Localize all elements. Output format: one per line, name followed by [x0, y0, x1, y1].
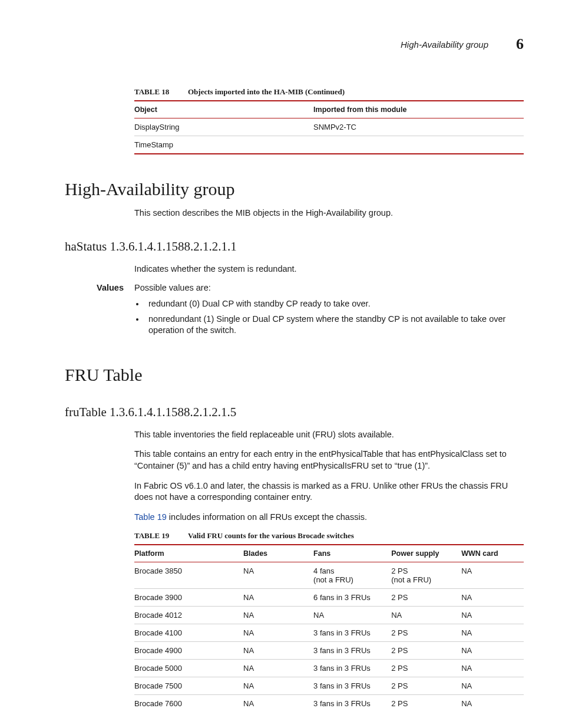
table-row: Brocade 7500 NA 3 fans in 3 FRUs 2 PS NA: [134, 677, 524, 695]
cell: 3 fans in 3 FRUs: [313, 660, 391, 677]
t19-h4: WWN card: [461, 545, 524, 562]
cell: 6 fans in 3 FRUs: [313, 589, 391, 607]
cell: 2 PS: [391, 677, 461, 695]
cell: NA: [461, 589, 524, 607]
hastatus-heading: haStatus 1.3.6.1.4.1.1588.2.1.2.1.1: [65, 239, 524, 254]
cell: NA: [243, 607, 313, 624]
cell: 2 PS: [391, 624, 461, 642]
cell: Brocade 3900: [134, 589, 243, 607]
table-row: Brocade 5000 NA 3 fans in 3 FRUs 2 PS NA: [134, 660, 524, 677]
cell: NA: [243, 695, 313, 713]
fru-p4: Table 19 includes information on all FRU…: [134, 512, 524, 523]
list-item: nonredundant (1) Single or Dual CP syste…: [145, 314, 524, 337]
table-row: Brocade 3900 NA 6 fans in 3 FRUs 2 PS NA: [134, 589, 524, 607]
table18-caption: TABLE 18 Objects imported into the HA-MI…: [134, 87, 524, 97]
document-page: High-Availability group 6 TABLE 18 Objec…: [0, 0, 562, 728]
t19-h0: Platform: [134, 545, 243, 562]
chapter-number: 6: [507, 35, 524, 53]
table-header-row: Platform Blades Fans Power supply WWN ca…: [134, 545, 524, 562]
cell: 2 PS: [391, 642, 461, 660]
fru-body: This table inventories the field replace…: [134, 429, 524, 712]
table-row: Brocade 4900 NA 3 fans in 3 FRUs 2 PS NA: [134, 642, 524, 660]
cell: Brocade 4900: [134, 642, 243, 660]
cell: 3 fans in 3 FRUs: [313, 624, 391, 642]
cell: Brocade 7600: [134, 695, 243, 713]
table18: Object Imported from this module Display…: [134, 100, 524, 154]
table18-block: TABLE 18 Objects imported into the HA-MI…: [134, 87, 524, 154]
cell: NA: [243, 624, 313, 642]
cell: 3 fans in 3 FRUs: [313, 642, 391, 660]
cell: NA: [243, 562, 313, 589]
table18-h0: Object: [134, 101, 313, 118]
values-content: Possible values are: redundant (0) Dual …: [134, 283, 524, 340]
cell: Brocade 3850: [134, 562, 243, 589]
cell: 2 PS: [391, 589, 461, 607]
values-intro: Possible values are:: [134, 283, 211, 292]
cell: 2 PS (not a FRU): [391, 562, 461, 589]
cell: NA: [461, 660, 524, 677]
table-row: Brocade 4012 NA NA NA NA: [134, 607, 524, 624]
hastatus-desc: Indicates whether the system is redundan…: [134, 263, 524, 275]
table19-caption: TABLE 19 Valid FRU counts for the variou…: [134, 531, 524, 541]
table-row: Brocade 3850 NA 4 fans (not a FRU) 2 PS …: [134, 562, 524, 589]
table-row: Brocade 7600 NA 3 fans in 3 FRUs 2 PS NA: [134, 695, 524, 713]
section-heading-fru: FRU Table: [65, 365, 524, 385]
cell: NA: [461, 624, 524, 642]
cell: 3 fans in 3 FRUs: [313, 677, 391, 695]
cell: [313, 136, 524, 154]
table19-caption-text: Valid FRU counts for the various Brocade…: [188, 531, 354, 540]
cell: NA: [461, 642, 524, 660]
cell: TimeStamp: [134, 136, 313, 154]
ha-intro-text: This section describes the MIB objects i…: [134, 207, 524, 219]
t19-h2: Fans: [313, 545, 391, 562]
table-header-row: Object Imported from this module: [134, 101, 524, 118]
cell: NA: [313, 607, 391, 624]
table19-label: TABLE 19: [134, 531, 169, 540]
cell: SNMPv2-TC: [313, 118, 524, 136]
table18-h1: Imported from this module: [313, 101, 524, 118]
cell: NA: [243, 589, 313, 607]
running-header: High-Availability group 6: [65, 35, 524, 53]
cell: NA: [391, 607, 461, 624]
cell: NA: [461, 562, 524, 589]
table18-caption-text: Objects imported into the HA-MIB (Contin…: [188, 87, 345, 96]
cell: NA: [461, 677, 524, 695]
ha-intro-block: This section describes the MIB objects i…: [134, 207, 524, 219]
t19-h3: Power supply: [391, 545, 461, 562]
cell: Brocade 7500: [134, 677, 243, 695]
fru-p2: This table contains an entry for each en…: [134, 449, 524, 472]
cell: NA: [461, 695, 524, 713]
values-row: Values Possible values are: redundant (0…: [65, 283, 524, 340]
frutable-heading: fruTable 1.3.6.1.4.1.1588.2.1.2.1.5: [65, 405, 524, 420]
table-row: DisplayString SNMPv2-TC: [134, 118, 524, 136]
cell: Brocade 5000: [134, 660, 243, 677]
hastatus-desc-block: Indicates whether the system is redundan…: [134, 263, 524, 275]
table19-link[interactable]: Table 19: [134, 512, 167, 522]
values-label: Values: [65, 283, 124, 340]
fru-p3: In Fabric OS v6.1.0 and later, the chass…: [134, 480, 524, 503]
cell: DisplayString: [134, 118, 313, 136]
cell: Brocade 4012: [134, 607, 243, 624]
cell: NA: [243, 642, 313, 660]
cell: NA: [243, 677, 313, 695]
cell: 2 PS: [391, 695, 461, 713]
values-bullets: redundant (0) Dual CP with standby CP re…: [134, 298, 524, 337]
list-item: redundant (0) Dual CP with standby CP re…: [145, 298, 524, 310]
table-row: TimeStamp: [134, 136, 524, 154]
t19-h1: Blades: [243, 545, 313, 562]
cell: 3 fans in 3 FRUs: [313, 695, 391, 713]
table19: Platform Blades Fans Power supply WWN ca…: [134, 544, 524, 712]
cell: NA: [461, 607, 524, 624]
cell: 2 PS: [391, 660, 461, 677]
header-title: High-Availability group: [401, 39, 488, 50]
cell: 4 fans (not a FRU): [313, 562, 391, 589]
table-row: Brocade 4100 NA 3 fans in 3 FRUs 2 PS NA: [134, 624, 524, 642]
fru-p4-rest: includes information on all FRUs except …: [167, 512, 367, 522]
cell: Brocade 4100: [134, 624, 243, 642]
table18-label: TABLE 18: [134, 87, 169, 96]
fru-p1: This table inventories the field replace…: [134, 429, 524, 441]
section-heading-ha: High-Availability group: [65, 179, 524, 199]
cell: NA: [243, 660, 313, 677]
